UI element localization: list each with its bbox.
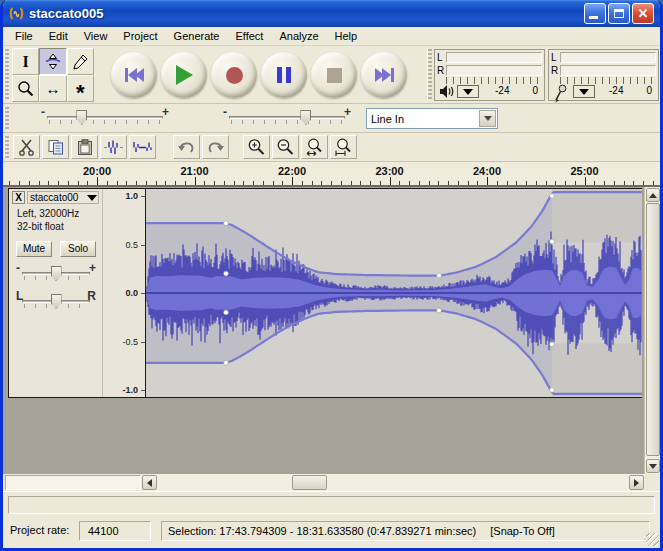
chevron-down-icon — [579, 89, 589, 95]
zoom-out-button[interactable] — [272, 135, 299, 159]
input-volume-slider[interactable]: -+ — [221, 107, 353, 129]
fit-project-button[interactable] — [330, 135, 357, 159]
vertical-scrollbar[interactable] — [644, 187, 660, 474]
meter-footer: -240 — [437, 84, 542, 99]
channel-label: L — [437, 53, 446, 63]
undo-button[interactable] — [173, 135, 200, 159]
vertical-ruler[interactable]: 1.00.50.0-0.5-1.0 — [103, 189, 145, 397]
play-button[interactable] — [161, 52, 207, 98]
menu-item-view[interactable]: View — [76, 28, 116, 44]
scroll-right-button[interactable] — [629, 475, 644, 490]
window-resize-grip[interactable] — [646, 533, 659, 546]
selection-tool[interactable]: I — [12, 48, 39, 75]
meter-dropdown-button[interactable] — [573, 85, 595, 98]
channel-label: R — [437, 66, 446, 76]
scroll-down-button[interactable] — [646, 459, 660, 473]
output-volume-slider[interactable]: -+ — [39, 107, 171, 129]
ruler-minor-tick — [438, 181, 439, 185]
ruler-minor-tick — [175, 181, 176, 185]
zoom-tool[interactable] — [12, 75, 39, 102]
ruler-minor-tick — [234, 181, 235, 185]
cut-button[interactable] — [13, 135, 40, 159]
scroll-left-button[interactable] — [142, 475, 157, 490]
slider-max-label: + — [344, 105, 351, 119]
waveform-display[interactable] — [145, 189, 641, 397]
zoom-in-button[interactable] — [243, 135, 270, 159]
ruler-minor-tick — [273, 181, 274, 185]
track-gain-slider[interactable]: -+ — [14, 263, 98, 285]
ruler-major-tick — [195, 177, 196, 185]
ruler-minor-tick — [594, 181, 595, 185]
chevron-down-icon — [484, 116, 492, 121]
horizontal-scrollbar[interactable] — [3, 474, 660, 491]
draw-tool[interactable] — [67, 48, 94, 75]
ruler-minor-tick — [497, 181, 498, 185]
multi-tool[interactable]: * — [67, 75, 94, 102]
ruler-minor-tick — [58, 181, 59, 185]
menu-item-help[interactable]: Help — [327, 28, 366, 44]
menu-item-analyze[interactable]: Analyze — [271, 28, 326, 44]
silence-button[interactable] — [129, 135, 156, 159]
paste-button[interactable] — [71, 135, 98, 159]
ruler-minor-tick — [146, 181, 147, 185]
maximize-icon — [614, 9, 624, 18]
minimize-button[interactable] — [584, 3, 606, 24]
menu-item-generate[interactable]: Generate — [166, 28, 228, 44]
edit-toolbar-grip[interactable] — [4, 136, 9, 158]
ruler-minor-tick — [429, 181, 430, 185]
pause-button[interactable] — [261, 52, 307, 98]
ruler-minor-tick — [87, 181, 88, 185]
solo-button[interactable]: Solo — [60, 241, 96, 257]
skip-to-end-button[interactable] — [361, 52, 407, 98]
skip-to-start-button[interactable] — [111, 52, 157, 98]
track-pan-slider[interactable]: LR — [14, 291, 98, 313]
status-message-field — [8, 496, 655, 514]
envelope-tool[interactable] — [39, 48, 66, 75]
toolbar-grip[interactable] — [4, 49, 9, 100]
menu-item-project[interactable]: Project — [115, 28, 165, 44]
ruler-major-tick — [585, 177, 586, 185]
ruler-minor-tick — [341, 181, 342, 185]
meter-level-bar — [446, 52, 542, 63]
meter-dropdown-button[interactable] — [457, 85, 479, 98]
scroll-up-button[interactable] — [646, 188, 660, 202]
mute-button[interactable]: Mute — [16, 241, 52, 257]
ruler-major-tick — [97, 177, 98, 185]
input-meter[interactable]: LR-240 — [548, 49, 659, 101]
envelope-icon — [45, 53, 61, 70]
timeline-ruler[interactable]: 20:0021:0022:0023:0024:0025:00 — [3, 162, 660, 187]
slider-min-label: - — [41, 105, 45, 119]
ruler-major-tick — [292, 177, 293, 185]
meter-toolbar-grip[interactable] — [427, 49, 432, 100]
fit-selection-button[interactable] — [301, 135, 328, 159]
ruler-minor-tick — [409, 181, 410, 185]
waveform-svg — [146, 189, 642, 397]
title-bar[interactable]: staccato005 ✕ — [3, 0, 660, 27]
copy-button[interactable] — [42, 135, 69, 159]
stop-button[interactable] — [311, 52, 357, 98]
menu-item-file[interactable]: File — [7, 28, 41, 44]
timeshift-tool[interactable]: ↔ — [39, 75, 66, 102]
close-button[interactable]: ✕ — [632, 3, 654, 24]
mixer-toolbar-grip[interactable] — [4, 107, 9, 129]
maximize-button[interactable] — [608, 3, 630, 24]
ruler-minor-tick — [458, 181, 459, 185]
horizontal-scroll-track[interactable] — [143, 474, 645, 491]
close-icon: ✕ — [638, 7, 649, 20]
vertical-scroll-thumb[interactable] — [646, 203, 660, 456]
track-close-button[interactable]: X — [12, 191, 25, 204]
output-meter[interactable]: LR-240 — [434, 49, 545, 101]
menu-item-edit[interactable]: Edit — [41, 28, 76, 44]
input-source-select[interactable]: Line In — [366, 108, 498, 129]
horizontal-scroll-thumb[interactable] — [292, 475, 327, 490]
redo-button[interactable] — [202, 135, 229, 159]
menu-item-effect[interactable]: Effect — [227, 28, 271, 44]
ruler-minor-tick — [117, 181, 118, 185]
trim-button[interactable] — [100, 135, 127, 159]
combo-dropdown-button[interactable] — [479, 110, 496, 127]
track-sample-format: 32-bit float — [17, 221, 64, 232]
tooltip-panel — [5, 475, 141, 490]
record-button[interactable] — [211, 52, 257, 98]
track-title-menu[interactable]: staccato00 — [27, 191, 99, 204]
star-icon: * — [76, 81, 85, 97]
